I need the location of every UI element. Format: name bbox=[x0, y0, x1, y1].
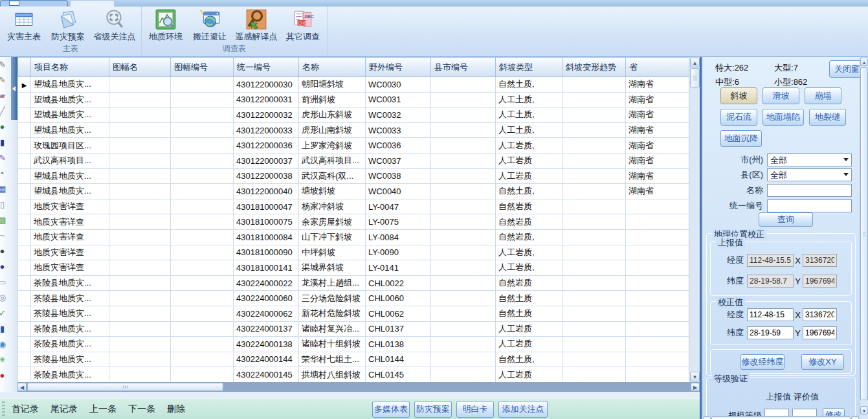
table-horizontal-scrollbar[interactable]: ◀ ▶ bbox=[17, 382, 700, 392]
category-button-地面塌陷[interactable]: 地面塌陷 bbox=[762, 109, 804, 126]
action-button-添加关注点[interactable]: 添加关注点 bbox=[498, 401, 548, 418]
table-cell[interactable]: 430181000141 bbox=[234, 260, 299, 276]
table-cell[interactable] bbox=[626, 260, 689, 276]
table-row[interactable]: 茶陵县地质灾...430224000062新花村危险斜坡CHL0062自然土质 bbox=[18, 306, 689, 321]
category-button-斜坡[interactable]: 斜坡 bbox=[720, 87, 757, 104]
corrected-latitude-input[interactable] bbox=[747, 326, 794, 339]
table-cell[interactable] bbox=[431, 245, 496, 260]
table-cell[interactable] bbox=[431, 260, 496, 276]
table-corner-cell[interactable] bbox=[18, 58, 31, 77]
scroll-right-icon[interactable]: ▶ bbox=[691, 383, 700, 391]
table-row[interactable]: 茶陵县地质灾...430224000138诸睦村十组斜坡CHL0138人工岩质 bbox=[18, 337, 689, 352]
category-button-崩塌[interactable]: 崩塌 bbox=[805, 87, 841, 104]
corrected-y-input[interactable] bbox=[803, 326, 837, 339]
table-cell[interactable] bbox=[562, 138, 626, 153]
table-cell[interactable]: 430122000036 bbox=[234, 138, 299, 153]
table-cell[interactable]: CHL0138 bbox=[366, 337, 431, 352]
row-header[interactable] bbox=[18, 92, 31, 108]
table-cell[interactable]: LY-0075 bbox=[366, 214, 431, 230]
check-icon[interactable]: ✓ bbox=[0, 306, 8, 321]
table-cell[interactable] bbox=[626, 275, 689, 291]
table-cell[interactable]: 地质灾害详查 bbox=[31, 245, 109, 260]
ribbon-tab-active[interactable] bbox=[70, 0, 115, 6]
table-cell[interactable] bbox=[431, 184, 496, 199]
table-cell[interactable] bbox=[109, 260, 171, 276]
table-cell[interactable] bbox=[626, 214, 689, 230]
query-button[interactable]: 查询 bbox=[759, 212, 813, 227]
table-cell[interactable]: 虎形山东斜坡 bbox=[299, 108, 366, 123]
toolbar-grip[interactable] bbox=[2, 402, 5, 417]
ribbon-button-geological-environment[interactable]: 地质环境 bbox=[146, 8, 186, 45]
table-row[interactable]: 地质灾害详查430181000090中坪斜坡LY-0090人工岩质, bbox=[18, 245, 689, 260]
county-dropdown[interactable]: 全部 bbox=[767, 168, 852, 181]
nav-link-上一条[interactable]: 上一条 bbox=[89, 403, 117, 415]
nav-link-下一条[interactable]: 下一条 bbox=[128, 403, 155, 415]
table-cell[interactable]: 430181000084 bbox=[234, 229, 299, 245]
column-header-county-no[interactable]: 县市编号 bbox=[431, 58, 496, 77]
table-cell[interactable] bbox=[431, 306, 496, 321]
table-cell[interactable] bbox=[431, 214, 496, 230]
table-cell[interactable] bbox=[109, 92, 171, 108]
table-cell[interactable]: 430224000137 bbox=[234, 321, 299, 337]
scrollbar-thumb[interactable] bbox=[690, 68, 700, 87]
table-cell[interactable]: CHL0060 bbox=[366, 291, 431, 306]
column-header-project[interactable]: 项目名称 bbox=[31, 58, 109, 77]
table-cell[interactable]: WC0036 bbox=[366, 138, 431, 153]
table-cell[interactable] bbox=[109, 108, 171, 123]
row-header[interactable] bbox=[18, 108, 31, 123]
panel-horizontal-scrollbar[interactable]: ◀ ▶ bbox=[702, 416, 860, 419]
table-cell[interactable] bbox=[109, 337, 171, 352]
category-button-泥石流[interactable]: 泥石流 bbox=[720, 109, 757, 126]
table-cell[interactable]: 430122000033 bbox=[234, 122, 299, 138]
table-row[interactable]: 望城县地质灾...430122000032虎形山东斜坡WC0032人工土质,湖南… bbox=[18, 108, 689, 123]
table-cell[interactable] bbox=[109, 306, 171, 321]
table-cell[interactable]: 朝阳塘斜坡 bbox=[299, 77, 366, 93]
table-cell[interactable]: 430224000060 bbox=[234, 291, 299, 306]
table-cell[interactable]: 自然岩质 bbox=[496, 275, 562, 291]
table-cell[interactable] bbox=[109, 184, 171, 199]
table-cell[interactable]: 人工岩质 bbox=[496, 153, 562, 168]
table-cell[interactable]: 茶陵县地质灾... bbox=[31, 275, 109, 291]
table-cell[interactable]: 茶陵县地质灾... bbox=[31, 306, 109, 321]
table-row[interactable]: 望城县地质灾...430122000033虎形山南斜坡WC0033人工土质,湖南… bbox=[18, 122, 689, 138]
table-cell[interactable] bbox=[171, 77, 234, 93]
table-cell[interactable]: 望城县地质灾... bbox=[31, 184, 109, 199]
table-cell[interactable]: CHL0022 bbox=[366, 275, 431, 291]
eraser-icon[interactable]: ▰ bbox=[0, 88, 8, 104]
table-cell[interactable] bbox=[562, 229, 626, 245]
table-cell[interactable] bbox=[171, 306, 234, 321]
table-row[interactable]: 茶陵县地质灾...430224000137诸睦村复兴冶...CHL0137人工岩… bbox=[18, 321, 689, 337]
scroll-left-icon[interactable]: ◀ bbox=[703, 416, 711, 419]
table-cell[interactable]: 新花村危险斜坡 bbox=[299, 306, 366, 321]
table-cell[interactable] bbox=[626, 367, 689, 383]
table-cell[interactable] bbox=[171, 321, 234, 337]
scroll-down-icon[interactable]: ▼ bbox=[860, 406, 868, 414]
table-cell[interactable] bbox=[562, 92, 626, 108]
table-cell[interactable] bbox=[171, 199, 234, 214]
table-cell[interactable] bbox=[109, 122, 171, 138]
table-cell[interactable]: 地质灾害详查 bbox=[31, 260, 109, 276]
table-cell[interactable]: 荣华村七组土... bbox=[299, 352, 366, 367]
table-cell[interactable]: WC0030 bbox=[366, 77, 431, 93]
panel-icon[interactable]: ▮ bbox=[0, 321, 8, 337]
ribbon-button-disaster-main-table[interactable]: 灾害主表 bbox=[4, 8, 44, 45]
table-cell[interactable]: 武汉高科(双... bbox=[299, 168, 366, 184]
page-icon[interactable]: ▯ bbox=[0, 197, 8, 212]
table-cell[interactable]: 茶陵县地质灾... bbox=[31, 291, 109, 306]
name-input[interactable] bbox=[767, 184, 852, 197]
table-cell[interactable] bbox=[562, 245, 626, 260]
table-cell[interactable]: 湖南省 bbox=[626, 108, 689, 123]
table-cell[interactable] bbox=[562, 306, 626, 321]
table-cell[interactable] bbox=[171, 291, 234, 306]
action-button-防灾预案[interactable]: 防灾预案 bbox=[414, 401, 452, 418]
scrollbar-thumb[interactable] bbox=[711, 416, 851, 419]
nav-link-尾记录[interactable]: 尾记录 bbox=[50, 403, 78, 415]
table-cell[interactable]: 武汉高科项目... bbox=[299, 153, 366, 168]
feather-icon[interactable]: ~ bbox=[0, 228, 8, 243]
table-cell[interactable] bbox=[626, 229, 689, 245]
table-cell[interactable] bbox=[626, 291, 689, 306]
column-header-map-no[interactable]: 图幅编号 bbox=[171, 58, 234, 77]
table-cell[interactable]: 人工岩质, bbox=[496, 138, 562, 153]
table-cell[interactable]: 430224000062 bbox=[234, 306, 299, 321]
table-cell[interactable]: 拱塘村八组斜坡 bbox=[299, 367, 366, 383]
